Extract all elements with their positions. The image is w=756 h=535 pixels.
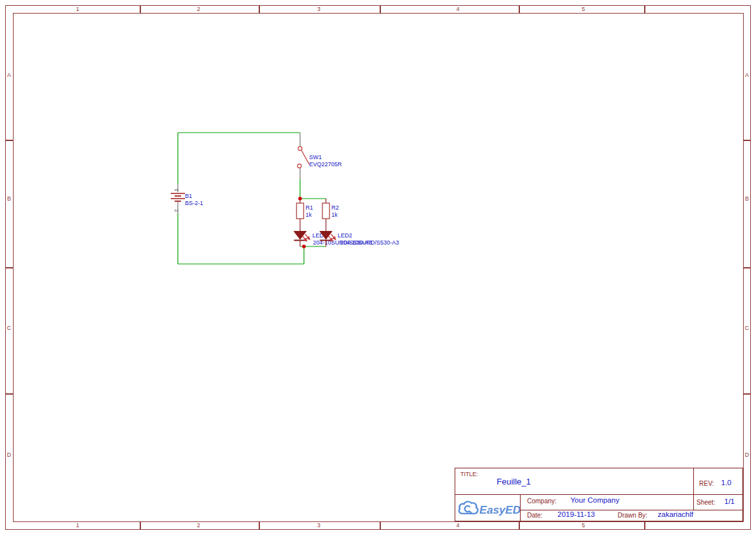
company-label: Company: — [527, 498, 557, 505]
switch-value-label[interactable]: EVQ22705R — [309, 161, 342, 168]
battery-pin2-number: 2 — [173, 209, 179, 212]
resistor-r2-symbol[interactable] — [323, 199, 330, 231]
led1-symbol[interactable] — [294, 232, 310, 247]
drawn-by-value[interactable]: zakariachlf — [658, 511, 693, 519]
battery-symbol[interactable] — [171, 193, 185, 201]
wire-junction — [298, 197, 302, 201]
title-block-divider — [455, 494, 744, 495]
switch-symbol[interactable] — [297, 147, 309, 168]
sheet-label: Sheet: — [697, 499, 715, 506]
title-block-divider — [520, 494, 521, 522]
switch-ref-label[interactable]: SW1 — [309, 154, 322, 160]
date-value[interactable]: 2019-11-13 — [557, 511, 595, 519]
rev-label: REV: — [699, 481, 714, 487]
schematic-canvas: B1 BS-2-1 SW1 EVQ22705R R1 1k R2 1k LED1… — [0, 0, 756, 535]
title-label: TITLE: — [460, 472, 478, 477]
r1-ref-label[interactable]: R1 — [306, 204, 314, 211]
company-value[interactable]: Your Company — [570, 497, 620, 505]
led2-ref-label[interactable]: LED2 — [338, 232, 352, 239]
date-label: Date: — [527, 512, 543, 519]
r2-value-label[interactable]: 1k — [332, 212, 338, 218]
sheet-title[interactable]: Feuille_1 — [497, 477, 531, 486]
sheet-value[interactable]: 1/1 — [724, 498, 735, 506]
easyeda-logo: EasyEDA — [457, 497, 520, 520]
resistor-r1-symbol[interactable] — [297, 199, 304, 231]
schematic-sheet: 1 2 3 4 5 1 2 3 4 5 A B C D A B C D — [0, 0, 756, 535]
title-block-divider — [693, 468, 694, 510]
drawn-by-label: Drawn By: — [618, 512, 647, 519]
title-block: TITLE: Feuille_1 REV: 1.0 Company: Your … — [455, 468, 743, 521]
rev-value[interactable]: 1.0 — [721, 479, 731, 487]
r1-value-label[interactable]: 1k — [306, 212, 312, 218]
battery-pin1-number: 1 — [173, 188, 179, 191]
r2-ref-label[interactable]: R2 — [332, 204, 340, 211]
battery-value-label[interactable]: BS-2-1 — [185, 200, 203, 206]
logo-text: EasyEDA — [479, 503, 520, 516]
battery-ref-label[interactable]: B1 — [185, 193, 192, 199]
led2-value-label[interactable]: 204-10SURD/S530-A3 — [340, 239, 399, 246]
cloud-icon — [459, 501, 478, 514]
wire-junction — [302, 245, 306, 248]
title-block-divider — [520, 510, 744, 510]
